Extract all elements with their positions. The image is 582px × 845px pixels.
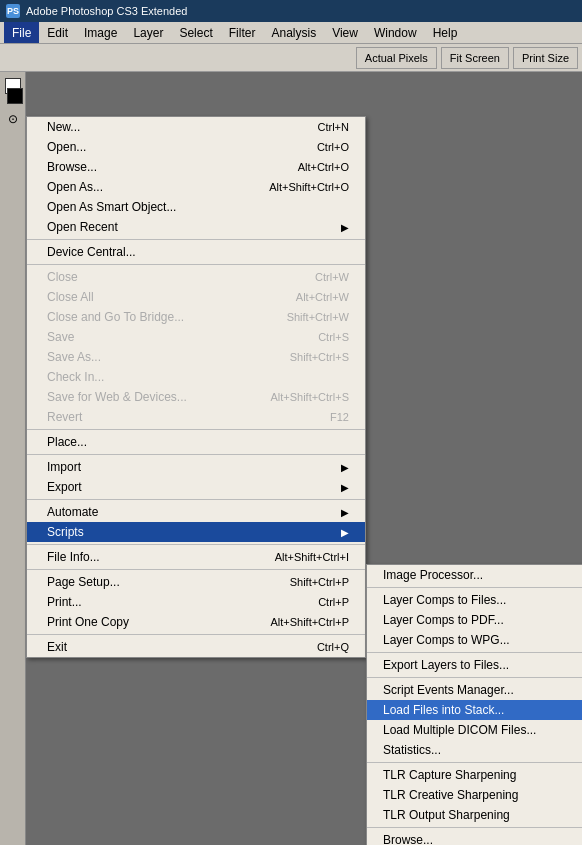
menu-close: Close Ctrl+W xyxy=(27,267,365,287)
title-bar: PS Adobe Photoshop CS3 Extended xyxy=(0,0,582,22)
menu-bar: File Edit Image Layer Select Filter Anal… xyxy=(0,22,582,44)
tools-panel: ⊙ xyxy=(0,72,26,845)
submenu-sep-3 xyxy=(367,677,582,678)
menu-place[interactable]: Place... xyxy=(27,432,365,452)
actual-pixels-button[interactable]: Actual Pixels xyxy=(356,47,437,69)
menu-save-web: Save for Web & Devices... Alt+Shift+Ctrl… xyxy=(27,387,365,407)
app-title: Adobe Photoshop CS3 Extended xyxy=(26,5,187,17)
menu-device-central[interactable]: Device Central... xyxy=(27,242,365,262)
background-color-swatch[interactable] xyxy=(7,88,23,104)
submenu-browse[interactable]: Browse... xyxy=(367,830,582,845)
menu-export[interactable]: Export ▶ xyxy=(27,477,365,497)
submenu-sep-5 xyxy=(367,827,582,828)
menu-new[interactable]: New... Ctrl+N xyxy=(27,117,365,137)
menu-check-in: Check In... xyxy=(27,367,365,387)
separator-1 xyxy=(27,239,365,240)
separator-6 xyxy=(27,544,365,545)
menu-item-view[interactable]: View xyxy=(324,22,366,43)
submenu-sep-4 xyxy=(367,762,582,763)
quick-mask-icon[interactable]: ⊙ xyxy=(8,112,18,126)
menu-save-as: Save As... Shift+Ctrl+S xyxy=(27,347,365,367)
menu-scripts[interactable]: Scripts ▶ xyxy=(27,522,365,542)
submenu-load-dicom[interactable]: Load Multiple DICOM Files... xyxy=(367,720,582,740)
separator-5 xyxy=(27,499,365,500)
submenu-layer-comps-pdf[interactable]: Layer Comps to PDF... xyxy=(367,610,582,630)
menu-open-smart-object[interactable]: Open As Smart Object... xyxy=(27,197,365,217)
menu-item-window[interactable]: Window xyxy=(366,22,425,43)
submenu-tlr-output[interactable]: TLR Output Sharpening xyxy=(367,805,582,825)
menu-import[interactable]: Import ▶ xyxy=(27,457,365,477)
menu-open[interactable]: Open... Ctrl+O xyxy=(27,137,365,157)
submenu-script-events-manager[interactable]: Script Events Manager... xyxy=(367,680,582,700)
toolbar: Actual Pixels Fit Screen Print Size xyxy=(0,44,582,72)
submenu-layer-comps-wpg[interactable]: Layer Comps to WPG... xyxy=(367,630,582,650)
menu-exit[interactable]: Exit Ctrl+Q xyxy=(27,637,365,657)
menu-item-analysis[interactable]: Analysis xyxy=(263,22,324,43)
print-size-button[interactable]: Print Size xyxy=(513,47,578,69)
menu-item-filter[interactable]: Filter xyxy=(221,22,264,43)
menu-print-one-copy[interactable]: Print One Copy Alt+Shift+Ctrl+P xyxy=(27,612,365,632)
menu-automate[interactable]: Automate ▶ xyxy=(27,502,365,522)
menu-item-file[interactable]: File xyxy=(4,22,39,43)
submenu-sep-1 xyxy=(367,587,582,588)
submenu-export-layers[interactable]: Export Layers to Files... xyxy=(367,655,582,675)
fit-screen-button[interactable]: Fit Screen xyxy=(441,47,509,69)
separator-2 xyxy=(27,264,365,265)
separator-8 xyxy=(27,634,365,635)
canvas-area: New... Ctrl+N Open... Ctrl+O Browse... A… xyxy=(26,72,582,845)
menu-file-info[interactable]: File Info... Alt+Shift+Ctrl+I xyxy=(27,547,365,567)
submenu-image-processor[interactable]: Image Processor... xyxy=(367,565,582,585)
menu-item-help[interactable]: Help xyxy=(425,22,466,43)
app-icon: PS xyxy=(6,4,20,18)
main-content: ⊙ New... Ctrl+N Open... Ctrl+O Browse...… xyxy=(0,72,582,845)
separator-7 xyxy=(27,569,365,570)
menu-item-layer[interactable]: Layer xyxy=(125,22,171,43)
file-menu-dropdown: New... Ctrl+N Open... Ctrl+O Browse... A… xyxy=(26,116,366,658)
scripts-submenu: Image Processor... Layer Comps to Files.… xyxy=(366,564,582,845)
menu-open-recent[interactable]: Open Recent ▶ xyxy=(27,217,365,237)
menu-revert: Revert F12 xyxy=(27,407,365,427)
menu-close-all: Close All Alt+Ctrl+W xyxy=(27,287,365,307)
submenu-load-files-stack[interactable]: Load Files into Stack... xyxy=(367,700,582,720)
menu-page-setup[interactable]: Page Setup... Shift+Ctrl+P xyxy=(27,572,365,592)
menu-print[interactable]: Print... Ctrl+P xyxy=(27,592,365,612)
menu-browse[interactable]: Browse... Alt+Ctrl+O xyxy=(27,157,365,177)
submenu-layer-comps-files[interactable]: Layer Comps to Files... xyxy=(367,590,582,610)
menu-item-image[interactable]: Image xyxy=(76,22,125,43)
menu-close-go-bridge: Close and Go To Bridge... Shift+Ctrl+W xyxy=(27,307,365,327)
menu-item-select[interactable]: Select xyxy=(171,22,220,43)
submenu-tlr-creative[interactable]: TLR Creative Sharpening xyxy=(367,785,582,805)
menu-save: Save Ctrl+S xyxy=(27,327,365,347)
menu-open-as[interactable]: Open As... Alt+Shift+Ctrl+O xyxy=(27,177,365,197)
submenu-statistics[interactable]: Statistics... xyxy=(367,740,582,760)
submenu-sep-2 xyxy=(367,652,582,653)
menu-item-edit[interactable]: Edit xyxy=(39,22,76,43)
submenu-tlr-capture[interactable]: TLR Capture Sharpening xyxy=(367,765,582,785)
separator-3 xyxy=(27,429,365,430)
separator-4 xyxy=(27,454,365,455)
